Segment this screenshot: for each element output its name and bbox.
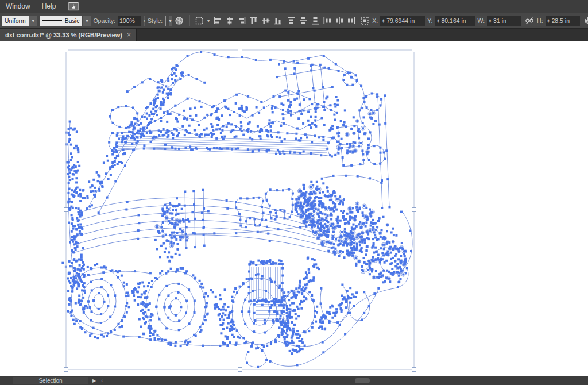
selection-handle[interactable] <box>412 368 416 372</box>
selection-handle[interactable] <box>412 208 416 212</box>
align-h-center-icon[interactable] <box>224 16 235 26</box>
h-field[interactable]: ▲▼ <box>546 16 580 26</box>
selection-handle[interactable] <box>64 208 68 212</box>
artwork-svg[interactable] <box>0 41 588 376</box>
pointer-box-icon[interactable] <box>582 16 588 26</box>
w-label[interactable]: W: <box>477 17 485 24</box>
chevron-down-icon[interactable]: ▾ <box>207 18 210 24</box>
selection-handle[interactable] <box>412 48 416 52</box>
transform-grid-icon[interactable] <box>194 16 205 26</box>
align-bottom-icon[interactable] <box>272 16 283 26</box>
scrollbar-left-arrow-icon[interactable]: ‹ <box>101 378 103 384</box>
status-tool-label[interactable]: Selection <box>13 377 88 384</box>
menu-item-window[interactable]: Window <box>0 1 36 12</box>
x-input[interactable] <box>386 17 423 24</box>
y-label[interactable]: Y: <box>427 17 432 24</box>
menu-bar: Window Help <box>0 0 588 13</box>
spinner-icon[interactable]: ▲▼ <box>547 18 550 24</box>
recolor-icon[interactable] <box>174 16 185 26</box>
separator <box>189 15 190 26</box>
link-broken-icon[interactable] <box>524 16 535 26</box>
document-tab[interactable]: dxf corn.dxf* @ 33.33 % (RGB/Preview) × <box>0 29 137 41</box>
canvas[interactable] <box>0 41 588 376</box>
opacity-input[interactable] <box>119 17 139 24</box>
x-field[interactable]: ▲▼ <box>380 16 425 26</box>
status-bar: Selection ▶ ‹ <box>0 376 588 385</box>
selection-handle[interactable] <box>64 48 68 52</box>
x-label[interactable]: X: <box>372 17 378 24</box>
align-to-selection-icon[interactable] <box>359 16 370 26</box>
chevron-down-icon[interactable]: ▾ <box>83 16 91 26</box>
control-bar: Uniform ▾ Basic ▾ Opacity: › Style: ▾ ▾ … <box>0 13 588 29</box>
y-input[interactable] <box>441 17 473 24</box>
align-top-icon[interactable] <box>248 16 259 26</box>
distribute-v-center-icon[interactable] <box>297 16 308 26</box>
stroke-style-value: Basic <box>65 17 80 24</box>
style-swatch[interactable] <box>165 16 166 26</box>
distribute-left-icon[interactable] <box>322 16 332 26</box>
selection-handle[interactable] <box>238 48 242 52</box>
stroke-preview <box>42 20 62 21</box>
variable-width-value[interactable]: Uniform <box>2 16 29 26</box>
opacity-field[interactable] <box>118 16 141 26</box>
selection-handle[interactable] <box>64 368 68 372</box>
menu-item-help[interactable]: Help <box>36 1 62 12</box>
horizontal-scrollbar-thumb[interactable] <box>355 378 370 383</box>
w-input[interactable] <box>493 17 520 24</box>
opacity-label[interactable]: Opacity: <box>93 17 115 24</box>
stroke-style-dropdown[interactable]: Basic ▾ <box>40 16 91 26</box>
close-icon[interactable]: × <box>127 31 131 39</box>
w-field[interactable]: ▲▼ <box>487 16 521 26</box>
h-label[interactable]: H: <box>537 17 543 24</box>
spinner-icon[interactable]: ▲▼ <box>437 18 440 24</box>
distribute-bottom-icon[interactable] <box>310 16 320 26</box>
style-label: Style: <box>148 17 163 24</box>
variable-width-dropdown[interactable]: Uniform ▾ <box>2 16 37 26</box>
chevron-down-icon[interactable]: ▾ <box>169 16 172 26</box>
document-tab-bar: dxf corn.dxf* @ 33.33 % (RGB/Preview) × <box>0 29 588 41</box>
touch-workspace-icon[interactable] <box>67 2 81 11</box>
distribute-right-icon[interactable] <box>346 16 357 26</box>
distribute-h-center-icon[interactable] <box>334 16 345 26</box>
status-play-icon[interactable]: ▶ <box>92 378 96 383</box>
spinner-icon[interactable]: ▲▼ <box>382 18 385 24</box>
align-left-icon[interactable] <box>212 16 223 26</box>
distribute-top-icon[interactable] <box>285 16 296 26</box>
document-tab-title: dxf corn.dxf* @ 33.33 % (RGB/Preview) <box>5 32 122 38</box>
h-input[interactable] <box>552 17 578 24</box>
opacity-expand-icon[interactable]: › <box>144 16 145 26</box>
align-v-center-icon[interactable] <box>260 16 271 26</box>
chevron-down-icon[interactable]: ▾ <box>29 16 37 26</box>
align-right-icon[interactable] <box>236 16 247 26</box>
y-field[interactable]: ▲▼ <box>435 16 475 26</box>
spinner-icon[interactable]: ▲▼ <box>489 18 492 24</box>
selection-handle[interactable] <box>238 368 242 372</box>
